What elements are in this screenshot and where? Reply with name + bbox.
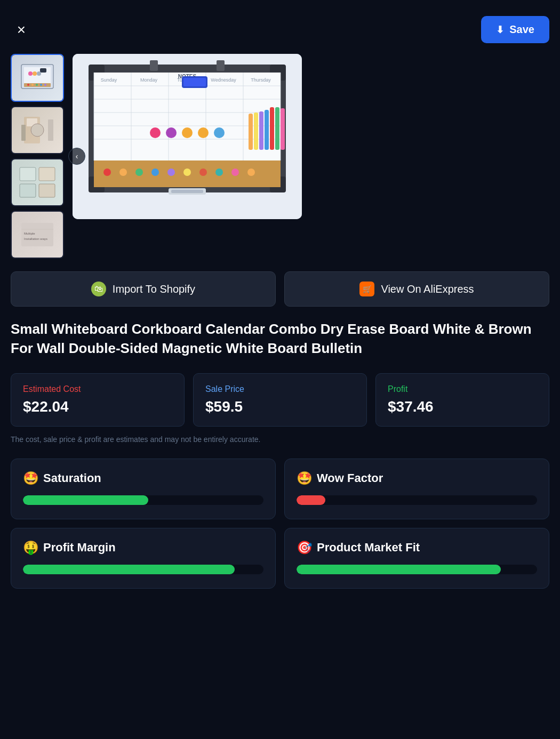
svg-rect-19 xyxy=(20,184,36,197)
svg-rect-8 xyxy=(40,68,46,73)
svg-point-5 xyxy=(36,84,38,86)
svg-rect-1 xyxy=(24,67,51,83)
svg-point-6 xyxy=(40,84,42,86)
wow-factor-progress-fill xyxy=(297,495,325,505)
svg-point-62 xyxy=(135,168,143,176)
svg-rect-20 xyxy=(39,184,55,197)
svg-text:Monday: Monday xyxy=(140,77,158,83)
profit-margin-progress-fill xyxy=(23,565,235,574)
svg-point-69 xyxy=(247,168,255,176)
svg-point-60 xyxy=(103,168,111,176)
svg-rect-52 xyxy=(183,78,206,86)
import-to-shopify-button[interactable]: 🛍 Import To Shopify xyxy=(11,271,276,307)
thumbnail-list: Multiple Installation ways xyxy=(11,54,64,259)
saturation-progress-fill xyxy=(23,495,148,505)
estimated-cost-value: $22.04 xyxy=(23,398,172,415)
svg-rect-18 xyxy=(39,167,55,181)
saturation-title: 🤩 Saturation xyxy=(23,471,263,486)
svg-point-9 xyxy=(28,71,33,76)
svg-point-7 xyxy=(44,84,46,86)
wow-factor-card: 🤩 Wow Factor xyxy=(284,459,549,519)
svg-rect-17 xyxy=(20,167,36,181)
profit-margin-title: 🤑 Profit Margin xyxy=(23,540,263,555)
saturation-label: Saturation xyxy=(43,471,101,485)
svg-point-67 xyxy=(215,168,223,176)
view-on-aliexpress-button[interactable]: 🛒 View On AliExpress xyxy=(284,271,549,307)
svg-point-56 xyxy=(198,127,209,138)
prev-arrow[interactable]: ‹ xyxy=(68,148,85,165)
profit-card: Profit $37.46 xyxy=(375,373,549,427)
import-label: Import To Shopify xyxy=(113,283,195,295)
svg-rect-31 xyxy=(150,60,158,71)
estimated-cost-label: Estimated Cost xyxy=(23,384,172,394)
thumbnail-image-4: Multiple Installation ways xyxy=(12,212,63,258)
product-market-fit-label: Product Market Fit xyxy=(317,541,420,555)
svg-point-3 xyxy=(27,84,29,86)
svg-point-65 xyxy=(183,168,191,176)
wow-factor-emoji: 🤩 xyxy=(297,471,313,486)
save-button[interactable]: ⬇ Save xyxy=(481,16,549,43)
profit-margin-card: 🤑 Profit Margin xyxy=(11,528,276,589)
thumbnail-3[interactable] xyxy=(11,158,64,206)
svg-rect-70 xyxy=(270,107,274,150)
thumbnail-1[interactable] xyxy=(11,54,64,102)
price-disclaimer: The cost, sale price & profit are estima… xyxy=(11,435,549,444)
wow-factor-title: 🤩 Wow Factor xyxy=(297,471,537,486)
saturation-progress-track xyxy=(23,495,263,505)
svg-point-68 xyxy=(231,168,239,176)
svg-rect-74 xyxy=(254,113,258,150)
header: × ⬇ Save xyxy=(11,11,549,54)
aliexpress-label: View On AliExpress xyxy=(381,283,474,295)
svg-text:Wednesday: Wednesday xyxy=(211,77,236,83)
product-market-fit-emoji: 🎯 xyxy=(297,540,313,555)
product-market-fit-progress-track xyxy=(297,565,537,574)
save-icon: ⬇ xyxy=(496,24,504,36)
action-buttons: 🛍 Import To Shopify 🛒 View On AliExpress xyxy=(11,271,549,307)
svg-point-57 xyxy=(214,127,225,138)
svg-point-11 xyxy=(37,71,41,76)
svg-rect-32 xyxy=(217,60,225,71)
metric-grid: 🤩 Saturation 🤩 Wow Factor 🤑 Profit Margi… xyxy=(11,459,549,589)
svg-text:Installation ways: Installation ways xyxy=(24,237,47,240)
svg-point-53 xyxy=(150,127,161,138)
svg-point-10 xyxy=(33,71,37,76)
sale-price-value: $59.5 xyxy=(205,398,355,415)
product-title: Small Whiteboard Corkboard Calendar Comb… xyxy=(11,319,549,358)
product-market-fit-progress-fill xyxy=(297,565,501,574)
svg-rect-16 xyxy=(48,119,53,141)
profit-margin-label: Profit Margin xyxy=(43,541,116,555)
main-product-image: Sunday Monday Tuesday Wednesday Thursday… xyxy=(73,54,302,219)
svg-point-54 xyxy=(166,127,177,138)
svg-rect-73 xyxy=(259,111,263,150)
main-image-container: Sunday Monday Tuesday Wednesday Thursday… xyxy=(73,54,302,259)
svg-rect-72 xyxy=(265,110,269,150)
thumbnail-2[interactable] xyxy=(11,106,64,154)
svg-point-63 xyxy=(151,168,159,176)
sale-price-label: Sale Price xyxy=(205,384,355,394)
close-button[interactable]: × xyxy=(11,19,32,41)
profit-margin-progress-track xyxy=(23,565,263,574)
svg-text:Sunday: Sunday xyxy=(101,77,117,83)
svg-rect-76 xyxy=(281,108,285,150)
thumbnail-4[interactable]: Multiple Installation ways xyxy=(11,211,64,259)
sale-price-card: Sale Price $59.5 xyxy=(193,373,367,427)
svg-point-4 xyxy=(31,84,34,86)
thumbnail-image-3 xyxy=(12,159,63,205)
profit-label: Profit xyxy=(388,384,537,394)
profit-margin-emoji: 🤑 xyxy=(23,540,39,555)
profit-value: $37.46 xyxy=(388,398,537,415)
estimated-cost-card: Estimated Cost $22.04 xyxy=(11,373,185,427)
saturation-emoji: 🤩 xyxy=(23,471,39,486)
svg-point-61 xyxy=(119,168,127,176)
saturation-card: 🤩 Saturation xyxy=(11,459,276,519)
wow-factor-progress-track xyxy=(297,495,537,505)
wow-factor-label: Wow Factor xyxy=(317,471,383,485)
thumbnail-image-1 xyxy=(12,55,63,101)
svg-point-64 xyxy=(167,168,175,176)
svg-text:Multiple: Multiple xyxy=(24,232,35,235)
thumbnail-image-2 xyxy=(12,107,63,153)
product-section: Multiple Installation ways xyxy=(11,54,549,259)
product-market-fit-card: 🎯 Product Market Fit xyxy=(284,528,549,589)
svg-rect-78 xyxy=(171,190,203,193)
svg-point-55 xyxy=(182,127,193,138)
